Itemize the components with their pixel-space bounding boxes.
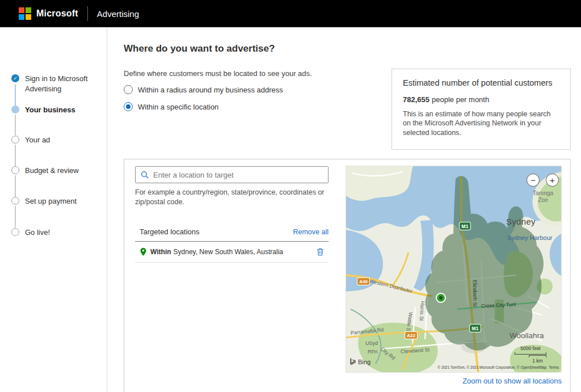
map-label-taronga-zoo: Taronga Zoo [530, 190, 556, 203]
radio-option-specific-location[interactable]: Within a specific location [124, 102, 218, 111]
estimate-value-suffix: people per month [432, 95, 489, 104]
radio-option-radius[interactable]: Within a radius around my business addre… [124, 85, 283, 94]
m1-route-badge: M1 [460, 222, 470, 230]
map-scale-km-label: 1 km [529, 358, 546, 364]
topbar-divider [87, 6, 88, 21]
targeted-locations-title: Targeted locations [135, 227, 200, 236]
bing-logo[interactable]: Bing [350, 358, 371, 365]
bing-logo-text: Bing [358, 359, 371, 365]
delete-location-button[interactable] [315, 247, 325, 257]
a22-route-badge: A22 [405, 332, 417, 339]
page-subtitle: Define where customers must be located t… [124, 69, 312, 78]
estimate-panel: Estimated number of potential customers … [391, 69, 571, 150]
step-go-live[interactable]: Go live! [11, 227, 50, 238]
map-canvas [346, 166, 562, 373]
radio-dot [126, 104, 130, 109]
zoom-out-all-locations-link[interactable]: Zoom out to show all locations [346, 377, 562, 385]
logo-square-green [26, 7, 31, 13]
page: Microsoft Advertising ✓ Sign in to Micro… [0, 0, 581, 392]
m1-route-badge: M1 [470, 324, 481, 332]
radio-label: Within a radius around my business addre… [138, 86, 283, 94]
logo-square-blue [19, 14, 24, 20]
radio-label: Within a specific location [138, 103, 218, 111]
step-label: Go live! [25, 227, 50, 238]
step-your-ad[interactable]: Your ad [11, 135, 50, 145]
step-label: Your business [25, 105, 75, 115]
step-upcoming-icon [11, 136, 19, 144]
step-label: Your ad [25, 135, 50, 145]
stepper-connector [15, 115, 16, 135]
map-zoom-out-button[interactable]: − [527, 174, 540, 187]
stepper-connector [15, 175, 16, 197]
map-scale-km-bar [529, 355, 546, 357]
search-helper-text: For example a country/region, state/prov… [135, 188, 335, 207]
bing-b-icon [350, 358, 356, 365]
map-label-sydney-harbour: Sydney Harbour [507, 234, 553, 241]
stepper-connector [15, 145, 16, 166]
step-sign-in[interactable]: ✓ Sign in to Microsoft Advertising [11, 74, 93, 94]
microsoft-logo-icon[interactable] [19, 7, 31, 20]
brand-text: Microsoft [36, 9, 78, 19]
remove-all-link[interactable]: Remove all [293, 228, 329, 236]
radio-circle[interactable] [124, 85, 133, 94]
product-name: Advertising [97, 9, 139, 19]
check-icon: ✓ [13, 76, 18, 81]
location-search-box[interactable] [135, 166, 329, 183]
estimate-value-line: 782,655people per month [403, 95, 559, 104]
location-search-input[interactable] [153, 167, 328, 183]
attribution-text: © 2021 TomTom, © 2021 Microsoft Corporat… [437, 365, 546, 369]
setup-stepper: ✓ Sign in to Microsoft Advertising Your … [0, 27, 107, 392]
a40-route-badge: A40 [357, 278, 369, 285]
estimate-value: 782,655 [403, 95, 430, 104]
search-icon [141, 171, 149, 179]
map-label-rpa: RPA [368, 349, 378, 355]
estimate-description: This is an estimate of how many people s… [403, 109, 559, 137]
topbar: Microsoft Advertising [0, 0, 581, 27]
radio-circle-selected[interactable] [124, 102, 133, 111]
step-your-business[interactable]: Your business [11, 105, 75, 115]
logo-square-red [19, 7, 24, 13]
map-label-usyd: USyd [365, 340, 378, 346]
step-label: Set up payment [25, 196, 77, 206]
step-label: Sign in to Microsoft Advertising [25, 74, 93, 94]
map-zoom-in-button[interactable]: + [546, 174, 559, 187]
location-prefix: Within [150, 248, 171, 256]
step-complete-icon: ✓ [11, 74, 19, 82]
stepper-connector [15, 206, 16, 227]
estimate-title: Estimated number of potential customers [403, 78, 559, 87]
location-targeting-panel: For example a country/region, state/prov… [124, 159, 571, 392]
targeted-locations-header: Targeted locations Remove all [135, 227, 329, 236]
step-current-icon [11, 106, 19, 113]
map-label-woollahra: Woollahra [510, 331, 544, 340]
map-scale-feet-bar [515, 352, 546, 355]
location-name: Sydney, New South Wales, Australia [174, 248, 283, 256]
step-budget-review[interactable]: Budget & review [11, 166, 79, 176]
step-set-up-payment[interactable]: Set up payment [11, 196, 77, 206]
map-label-elizabeth-st: Elizabeth St [472, 280, 478, 307]
step-label: Budget & review [25, 166, 79, 176]
step-upcoming-icon [11, 166, 19, 174]
targeted-location-row: Within Sydney, New South Wales, Australi… [135, 242, 329, 263]
page-title: Where do you want to advertise? [124, 43, 275, 54]
step-upcoming-icon [11, 197, 19, 205]
map-pin-icon [140, 248, 146, 256]
map-attribution: © 2021 TomTom, © 2021 Microsoft Corporat… [437, 365, 559, 369]
step-upcoming-icon [11, 228, 19, 236]
logo-square-yellow [26, 14, 31, 20]
bing-map[interactable]: Sydney Sydney Harbour Taronga Zoo Woolla… [346, 166, 562, 373]
map-label-sydney: Sydney [506, 217, 536, 226]
map-scale-feet-label: 5000 feet [515, 345, 546, 351]
terms-link[interactable]: Terms [549, 365, 559, 369]
